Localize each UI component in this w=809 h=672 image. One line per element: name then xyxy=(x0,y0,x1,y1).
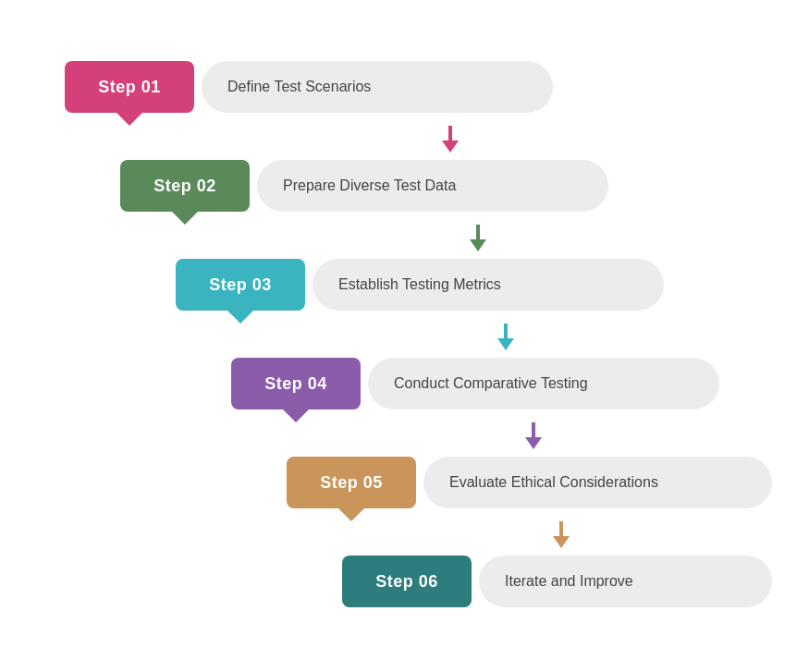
step-content-3: Establish Testing Metrics xyxy=(313,259,664,311)
step-description-4: Conduct Comparative Testing xyxy=(394,375,588,392)
step-description-1: Define Test Scenarios xyxy=(227,79,371,95)
step-content-4: Conduct Comparative Testing xyxy=(368,358,719,409)
step-badge-5: Step 05 xyxy=(287,457,416,508)
steps-diagram: Step 01Define Test ScenariosStep 02Prepa… xyxy=(0,43,809,629)
step-badge-6: Step 06 xyxy=(342,556,472,607)
arrow-shaft-5 xyxy=(559,521,563,536)
step-arrow-5 xyxy=(349,521,772,548)
step-badge-3: Step 03 xyxy=(176,259,305,311)
arrow-head-4 xyxy=(525,437,542,449)
arrow-shaft-4 xyxy=(532,422,535,437)
step-badge-4: Step 04 xyxy=(231,358,361,409)
step-label-5: Step 05 xyxy=(320,473,383,493)
step-badge-2: Step 02 xyxy=(120,160,250,212)
step-arrow-4 xyxy=(294,422,772,449)
step-label-3: Step 03 xyxy=(209,275,272,295)
step-badge-1: Step 01 xyxy=(65,61,194,113)
step-description-3: Establish Testing Metrics xyxy=(338,276,501,293)
step-arrow-3 xyxy=(239,324,772,350)
step-row-4: Step 04Conduct Comparative Testing xyxy=(231,358,772,453)
step-label-4: Step 04 xyxy=(264,374,327,394)
step-label-2: Step 02 xyxy=(153,177,216,196)
step-label-1: Step 01 xyxy=(98,78,161,97)
arrow-head-2 xyxy=(470,239,486,251)
step-arrow-1 xyxy=(128,126,772,153)
step-content-6: Iterate and Improve xyxy=(479,556,772,607)
step-arrow-2 xyxy=(183,225,772,251)
arrow-head-1 xyxy=(442,141,459,153)
step-description-2: Prepare Diverse Test Data xyxy=(283,177,456,194)
step-description-5: Evaluate Ethical Considerations xyxy=(449,474,658,491)
arrow-head-3 xyxy=(497,338,514,350)
step-content-1: Define Test Scenarios xyxy=(202,61,553,113)
arrow-shaft-3 xyxy=(504,324,508,338)
step-row-6: Step 06Iterate and Improve xyxy=(342,556,772,607)
arrow-shaft-1 xyxy=(448,126,452,141)
step-label-6: Step 06 xyxy=(375,572,438,592)
arrow-head-5 xyxy=(553,536,570,548)
step-content-2: Prepare Diverse Test Data xyxy=(257,160,608,212)
arrow-shaft-2 xyxy=(476,225,480,239)
step-row-2: Step 02Prepare Diverse Test Data xyxy=(120,160,772,255)
step-row-1: Step 01Define Test Scenarios xyxy=(65,61,772,156)
step-description-6: Iterate and Improve xyxy=(505,573,633,590)
step-row-5: Step 05Evaluate Ethical Considerations xyxy=(287,457,772,552)
step-content-5: Evaluate Ethical Considerations xyxy=(423,457,772,508)
step-row-3: Step 03Establish Testing Metrics xyxy=(176,259,772,354)
